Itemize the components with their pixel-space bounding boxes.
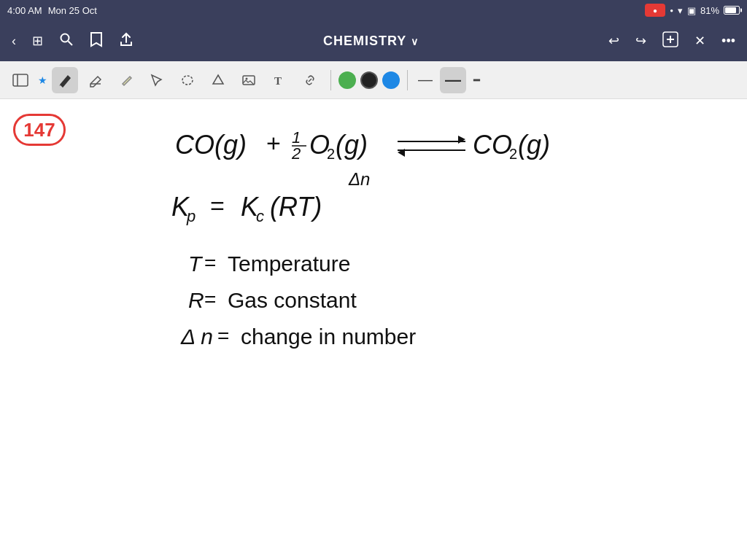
svg-point-0 (61, 34, 69, 42)
nav-title-arrow[interactable]: ∨ (411, 36, 419, 47)
svg-text:c: c (256, 207, 264, 225)
close-button[interactable]: ✕ (692, 30, 708, 52)
divider-1 (330, 70, 331, 90)
svg-text:Temperature: Temperature (228, 252, 350, 276)
svg-line-1 (69, 41, 73, 45)
pen-tool-button[interactable] (52, 67, 78, 93)
svg-text:p: p (186, 207, 196, 225)
svg-text:CO: CO (473, 130, 512, 160)
canvas-area: 147 CO(g) + 1 2 O 2 (g) CO 2 (g) Δn K p … (0, 99, 747, 560)
selection-tool-button[interactable] (144, 67, 170, 93)
grid-button[interactable]: ⊞ (29, 30, 46, 52)
share-button[interactable] (116, 29, 136, 53)
stroke-medium-button[interactable]: — (440, 67, 466, 93)
color-blue-button[interactable] (382, 71, 400, 89)
svg-text:=: = (210, 192, 225, 219)
svg-text:=: = (204, 288, 216, 311)
handwritten-content: CO(g) + 1 2 O 2 (g) CO 2 (g) Δn K p = K … (0, 99, 747, 560)
toolbar: ★ (0, 61, 747, 99)
svg-text:change  in  number: change in number (241, 324, 416, 349)
eraser-tool-button[interactable] (82, 67, 109, 93)
svg-text:T: T (274, 75, 282, 87)
wifi-icon: ▾ (678, 5, 683, 16)
svg-text:=: = (204, 252, 216, 274)
svg-rect-5 (13, 74, 28, 86)
svg-text:2: 2 (291, 144, 301, 163)
svg-text:2: 2 (327, 146, 335, 162)
svg-marker-23 (458, 136, 465, 144)
battery-icon (724, 6, 740, 15)
nav-bar: ‹ ⊞ CHEMISTRY ∨ ↩ ↪ ✕ ••• (0, 20, 747, 61)
status-right: ● ● ▾ ▣ 81% (645, 4, 740, 17)
stroke-thick-button[interactable]: ━ (471, 74, 481, 86)
nav-right: ↩ ↪ ✕ ••• (605, 28, 738, 54)
svg-text:R: R (188, 288, 204, 312)
add-page-button[interactable] (659, 28, 681, 54)
status-left: 4:00 AM Mon 25 Oct (7, 5, 97, 16)
sidebar-toggle-button[interactable] (7, 67, 34, 93)
svg-text:(g): (g) (336, 130, 368, 160)
svg-text:2: 2 (509, 146, 517, 162)
lasso-tool-button[interactable] (174, 67, 201, 93)
signal-icon: ▣ (687, 5, 696, 16)
color-black-button[interactable] (360, 71, 378, 89)
svg-marker-9 (213, 75, 223, 84)
redo-button[interactable]: ↪ (632, 30, 649, 52)
bluetooth-icon: ★ (38, 74, 47, 86)
link-tool-button[interactable] (297, 67, 323, 93)
battery-fill (725, 7, 736, 13)
svg-point-8 (182, 76, 193, 85)
svg-text:Δn: Δn (348, 169, 370, 189)
status-bar: 4:00 AM Mon 25 Oct ● ● ▾ ▣ 81% (0, 0, 747, 20)
svg-text:=: = (217, 324, 229, 347)
image-tool-button[interactable] (236, 67, 262, 93)
recording-indicator: ● (645, 4, 665, 17)
svg-text:+: + (266, 129, 281, 157)
svg-text:Gas  constant: Gas constant (228, 288, 357, 312)
highlighter-tool-button[interactable] (113, 67, 139, 93)
svg-text:(RT): (RT) (270, 192, 322, 222)
battery-percent: 81% (700, 5, 719, 16)
nav-title: CHEMISTRY ∨ (147, 34, 595, 49)
time: 4:00 AM (7, 5, 42, 16)
svg-text:T: T (188, 252, 204, 276)
text-tool-button[interactable]: T (266, 67, 293, 93)
svg-text:(g): (g) (518, 130, 550, 160)
color-green-button[interactable] (338, 71, 356, 89)
divider-2 (407, 70, 408, 90)
svg-text:Δ n: Δ n (180, 324, 213, 349)
svg-text:CO(g): CO(g) (175, 130, 247, 160)
more-button[interactable]: ••• (719, 31, 738, 52)
svg-point-11 (246, 77, 248, 79)
date: Mon 25 Oct (48, 5, 97, 16)
stroke-thin-button[interactable]: — (415, 71, 436, 88)
undo-button[interactable]: ↩ (605, 30, 622, 52)
shapes-tool-button[interactable] (205, 67, 231, 93)
wifi-dot: ● (670, 7, 673, 14)
back-button[interactable]: ‹ (9, 31, 19, 52)
search-button[interactable] (56, 29, 77, 53)
bookmark-button[interactable] (87, 28, 106, 54)
